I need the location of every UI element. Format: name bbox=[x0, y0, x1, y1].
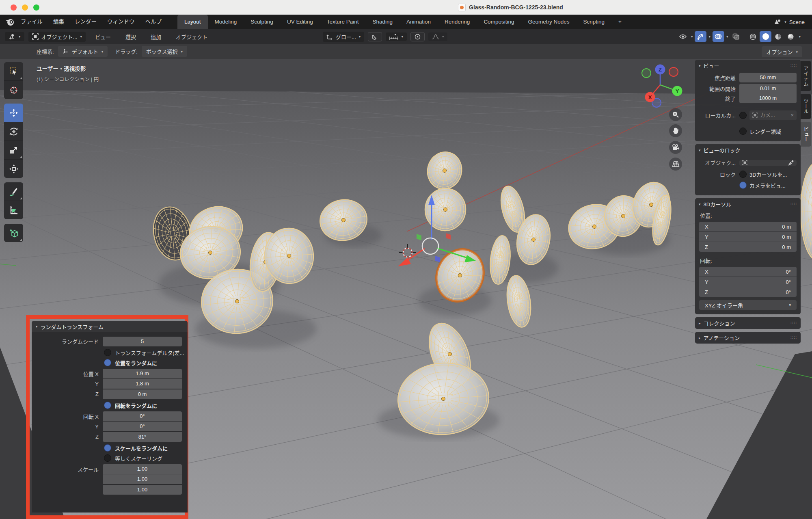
toggle-orthographic-button[interactable] bbox=[669, 158, 682, 171]
xray-toggle[interactable] bbox=[730, 31, 742, 42]
tab-rendering[interactable]: Rendering bbox=[438, 15, 477, 29]
gizmos-toggle[interactable] bbox=[695, 31, 706, 42]
tab-sculpting[interactable]: Sculpting bbox=[244, 15, 280, 29]
axis-neg-y-ball[interactable] bbox=[642, 69, 651, 78]
clear-icon[interactable]: × bbox=[790, 110, 794, 120]
tool-annotate[interactable] bbox=[4, 182, 23, 201]
cursor-loc-z-field[interactable]: Z0 m bbox=[699, 242, 797, 252]
panel-grip-icon[interactable]: ∷∷ bbox=[790, 201, 797, 207]
panel-grip-icon[interactable]: ∷∷ bbox=[790, 335, 797, 340]
menu-file[interactable]: ファイル bbox=[15, 15, 48, 29]
show-gizmo-visibility-dropdown[interactable] bbox=[677, 31, 689, 42]
menu-help[interactable]: ヘルプ bbox=[140, 15, 167, 29]
mode-selector[interactable]: オブジェクト... ▾ bbox=[28, 32, 86, 42]
tool-select-box[interactable] bbox=[4, 62, 23, 81]
cursor-rot-x-field[interactable]: X0° bbox=[699, 267, 797, 277]
menu-edit[interactable]: 編集 bbox=[48, 15, 69, 29]
panel-annotations-header[interactable]: ▸ アノテーション ∷∷ bbox=[695, 332, 801, 344]
minimize-window-button[interactable] bbox=[22, 4, 28, 11]
operator-panel-header[interactable]: ▾ ランダムトランスフォーム bbox=[32, 321, 188, 332]
tab-layout[interactable]: Layout bbox=[177, 15, 208, 29]
rotation-mode-dropdown[interactable]: XYZ オイラー角▾ bbox=[699, 300, 797, 310]
menu-render[interactable]: レンダー bbox=[69, 15, 102, 29]
shading-solid-button[interactable] bbox=[760, 31, 771, 42]
render-region-toggle[interactable] bbox=[739, 128, 747, 135]
rot-y-field[interactable]: 0° bbox=[103, 422, 182, 431]
lock-3d-cursor-toggle[interactable] bbox=[739, 171, 747, 178]
scale-y-field[interactable]: 1.00 bbox=[103, 474, 182, 484]
loc-y-field[interactable]: 1.8 m bbox=[103, 379, 182, 389]
cursor-loc-x-field[interactable]: X0 m bbox=[699, 222, 797, 231]
menu-select[interactable]: 選択 bbox=[120, 33, 141, 41]
tool-add-primitive[interactable] bbox=[4, 224, 23, 242]
randomize-scale-toggle[interactable] bbox=[104, 444, 111, 452]
randomize-location-toggle[interactable] bbox=[104, 359, 111, 366]
tool-measure[interactable] bbox=[4, 201, 23, 219]
tool-cursor[interactable] bbox=[4, 81, 23, 99]
zoom-window-button[interactable] bbox=[33, 4, 39, 11]
sidebar-tab-item[interactable]: アイテム bbox=[801, 61, 811, 91]
shading-wireframe-button[interactable] bbox=[747, 31, 759, 42]
cursor-loc-y-field[interactable]: Y0 m bbox=[699, 232, 797, 242]
eyedropper-icon[interactable] bbox=[788, 160, 794, 166]
lock-object-field[interactable] bbox=[739, 160, 797, 166]
menu-window[interactable]: ウィンドウ bbox=[102, 15, 140, 29]
cursor-rot-z-field[interactable]: Z0° bbox=[699, 287, 797, 297]
cursor-rot-y-field[interactable]: Y0° bbox=[699, 277, 797, 287]
clip-start-field[interactable]: 0.01 m bbox=[739, 84, 797, 93]
tab-uv-editing[interactable]: UV Editing bbox=[280, 15, 320, 29]
camera-view-button[interactable] bbox=[669, 141, 682, 154]
blender-logo-icon[interactable] bbox=[5, 17, 15, 27]
close-window-button[interactable] bbox=[11, 4, 17, 11]
menu-view[interactable]: ビュー bbox=[90, 33, 116, 41]
axis-neg-x-ball[interactable] bbox=[669, 67, 678, 76]
clip-end-field[interactable]: 1000 m bbox=[739, 93, 797, 103]
rot-z-field[interactable]: 81° bbox=[103, 432, 182, 442]
local-camera-field[interactable]: カメ... × bbox=[749, 110, 797, 120]
panel-collections-header[interactable]: ▸ コレクション ∷∷ bbox=[695, 317, 801, 329]
snap-settings-dropdown[interactable]: ▾ bbox=[386, 32, 407, 41]
menu-object[interactable]: オブジェクト bbox=[171, 33, 213, 41]
scale-even-toggle[interactable] bbox=[104, 454, 111, 462]
random-seed-field[interactable]: 5 bbox=[103, 337, 182, 346]
scene-selector[interactable]: ▾ Scene bbox=[773, 15, 805, 29]
tab-scripting[interactable]: Scripting bbox=[576, 15, 611, 29]
randomize-rotation-toggle[interactable] bbox=[104, 402, 111, 409]
camera-to-view-toggle[interactable] bbox=[739, 182, 747, 189]
panel-grip-icon[interactable]: ∷∷ bbox=[790, 320, 797, 326]
sidebar-tab-tool[interactable]: ツール bbox=[801, 94, 811, 119]
focal-length-field[interactable]: 50 mm bbox=[739, 73, 797, 82]
panel-view-header[interactable]: ▾ ビュー ∷∷ bbox=[695, 60, 801, 71]
tab-shading[interactable]: Shading bbox=[365, 15, 400, 29]
coord-system-dropdown[interactable]: デフォルト ▾ bbox=[58, 46, 108, 57]
loc-z-field[interactable]: 0 m bbox=[103, 389, 182, 399]
drag-mode-dropdown[interactable]: ボックス選択 ▾ bbox=[142, 46, 187, 57]
menu-add[interactable]: 追加 bbox=[145, 33, 166, 41]
tab-animation[interactable]: Animation bbox=[400, 15, 438, 29]
tab-geometry-nodes[interactable]: Geometry Nodes bbox=[521, 15, 576, 29]
overlays-toggle[interactable] bbox=[713, 31, 724, 42]
pan-button[interactable] bbox=[669, 124, 682, 137]
snap-toggle[interactable] bbox=[368, 32, 382, 41]
tab-modeling[interactable]: Modeling bbox=[208, 15, 244, 29]
options-dropdown[interactable]: オプション ▾ bbox=[762, 46, 802, 57]
sidebar-tab-view[interactable]: ビュー bbox=[801, 122, 811, 147]
panel-view-lock-header[interactable]: ▾ ビューのロック bbox=[695, 144, 801, 156]
shading-rendered-button[interactable] bbox=[785, 31, 797, 42]
tab-compositing[interactable]: Compositing bbox=[477, 15, 521, 29]
zoom-button[interactable] bbox=[669, 108, 682, 121]
navigation-gizmo[interactable]: Z Y X bbox=[640, 63, 685, 108]
tool-rotate[interactable] bbox=[4, 122, 23, 141]
add-workspace-button[interactable]: + bbox=[611, 15, 628, 29]
transform-orientation-dropdown[interactable]: グロー... ▾ bbox=[323, 32, 364, 42]
tool-move[interactable] bbox=[4, 104, 23, 122]
proportional-editing-toggle[interactable] bbox=[410, 32, 425, 41]
shading-material-button[interactable] bbox=[772, 31, 784, 42]
tool-scale[interactable] bbox=[4, 141, 23, 160]
tool-transform[interactable] bbox=[4, 160, 23, 178]
tab-texture-paint[interactable]: Texture Paint bbox=[320, 15, 366, 29]
active-tool-dropdown[interactable]: ▾ bbox=[5, 32, 24, 41]
panel-3d-cursor-header[interactable]: ▾ 3Dカーソル ∷∷ bbox=[695, 198, 801, 210]
panel-grip-icon[interactable]: ∷∷ bbox=[790, 63, 797, 68]
scale-z-field[interactable]: 1.00 bbox=[103, 485, 182, 495]
